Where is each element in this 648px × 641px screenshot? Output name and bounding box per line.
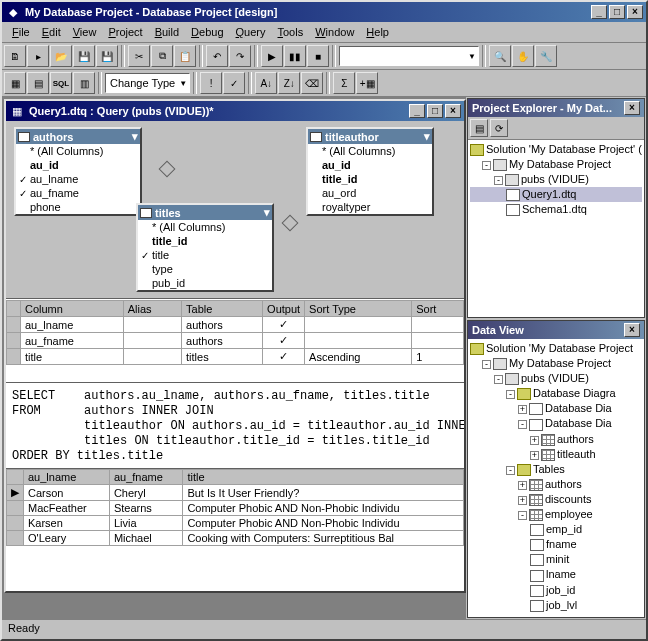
- change-type-dropdown[interactable]: Change Type: [105, 73, 190, 93]
- dv-column-node[interactable]: job_lvl: [470, 598, 642, 613]
- table-titleauthor[interactable]: titleauthor▾ * (All Columns)au_idtitle_i…: [306, 127, 434, 216]
- expand-icon[interactable]: +: [518, 481, 527, 490]
- solution-node[interactable]: Solution 'My Database Project' (: [470, 142, 642, 157]
- data-view-tree[interactable]: Solution 'My Database Project -My Databa…: [468, 339, 644, 617]
- column-item[interactable]: title_id: [138, 234, 272, 248]
- grid-header[interactable]: Sort: [412, 301, 464, 317]
- add-item-button[interactable]: ▸: [27, 45, 49, 67]
- group-by-button[interactable]: Σ: [333, 72, 355, 94]
- menu-window[interactable]: Window: [309, 24, 360, 40]
- refresh-button[interactable]: ⟳: [490, 119, 508, 137]
- cut-button[interactable]: ✂: [128, 45, 150, 67]
- panel-close-button[interactable]: ×: [624, 101, 640, 115]
- stop-button[interactable]: ■: [307, 45, 329, 67]
- paste-button[interactable]: 📋: [174, 45, 196, 67]
- project-node[interactable]: -My Database Project: [470, 157, 642, 172]
- menu-view[interactable]: View: [67, 24, 103, 40]
- config-dropdown[interactable]: [339, 46, 479, 66]
- sort-asc-button[interactable]: A↓: [255, 72, 277, 94]
- dv-column-node[interactable]: lname: [470, 567, 642, 582]
- connection-node[interactable]: -pubs (VIDUE): [470, 172, 642, 187]
- result-header[interactable]: au_fname: [109, 470, 183, 485]
- collapse-icon[interactable]: -: [494, 176, 503, 185]
- dv-diagram-node[interactable]: +Database Dia: [470, 401, 642, 416]
- diagram-pane[interactable]: authors▾ * (All Columns)au_id✓au_lname✓a…: [6, 121, 464, 299]
- redo-button[interactable]: ↷: [229, 45, 251, 67]
- join-icon[interactable]: [282, 215, 299, 232]
- menu-tools[interactable]: Tools: [272, 24, 310, 40]
- collapse-icon[interactable]: -: [482, 161, 491, 170]
- column-item[interactable]: * (All Columns): [138, 220, 272, 234]
- dv-diagrams-folder[interactable]: -Database Diagra: [470, 386, 642, 401]
- query-minimize-button[interactable]: _: [409, 104, 425, 118]
- column-item[interactable]: royaltyper: [308, 200, 432, 214]
- column-item[interactable]: title_id: [308, 172, 432, 186]
- column-item[interactable]: au_ord: [308, 186, 432, 200]
- dv-connection-node[interactable]: -pubs (VIDUE): [470, 371, 642, 386]
- maximize-button[interactable]: □: [609, 5, 625, 19]
- toolbox-button[interactable]: 🔧: [535, 45, 557, 67]
- table-menu-button[interactable]: ▾: [132, 130, 138, 143]
- column-item[interactable]: au_id: [308, 158, 432, 172]
- grid-row[interactable]: titletitles✓Ascending1: [7, 349, 464, 365]
- table-menu-button[interactable]: ▾: [264, 206, 270, 219]
- grid-header[interactable]: Alias: [123, 301, 181, 317]
- dv-column-node[interactable]: fname: [470, 537, 642, 552]
- run-query-button[interactable]: !: [200, 72, 222, 94]
- result-row[interactable]: ▶CarsonCherylBut Is It User Friendly?: [7, 485, 464, 501]
- results-pane[interactable]: au_lnameau_fnametitle ▶CarsonCherylBut I…: [6, 469, 464, 591]
- table-titles[interactable]: titles▾ * (All Columns)title_id✓titletyp…: [136, 203, 274, 292]
- new-project-button[interactable]: 🗎: [4, 45, 26, 67]
- result-row[interactable]: O'LearyMichaelCooking with Computers: Su…: [7, 531, 464, 546]
- dv-diagram-table[interactable]: +titleauth: [470, 447, 642, 462]
- add-table-button[interactable]: +▦: [356, 72, 378, 94]
- expand-icon[interactable]: +: [530, 451, 539, 460]
- query-maximize-button[interactable]: □: [427, 104, 443, 118]
- query-file-node[interactable]: Query1.dtq: [470, 187, 642, 202]
- break-button[interactable]: ▮▮: [284, 45, 306, 67]
- expand-icon[interactable]: +: [518, 496, 527, 505]
- criteria-grid[interactable]: ColumnAliasTableOutputSort TypeSort au_l…: [6, 299, 464, 383]
- column-item[interactable]: type: [138, 262, 272, 276]
- dv-column-node[interactable]: emp_id: [470, 522, 642, 537]
- diagram-pane-button[interactable]: ▦: [4, 72, 26, 94]
- column-item[interactable]: ✓au_fname: [16, 186, 140, 200]
- menu-edit[interactable]: Edit: [36, 24, 67, 40]
- result-header[interactable]: title: [183, 470, 464, 485]
- result-row[interactable]: KarsenLiviaComputer Phobic AND Non-Phobi…: [7, 516, 464, 531]
- save-button[interactable]: 💾: [73, 45, 95, 67]
- dv-solution-node[interactable]: Solution 'My Database Project: [470, 341, 642, 356]
- grid-row[interactable]: au_lnameauthors✓: [7, 317, 464, 333]
- copy-button[interactable]: ⧉: [151, 45, 173, 67]
- find-button[interactable]: 🔍: [489, 45, 511, 67]
- close-button[interactable]: ×: [627, 5, 643, 19]
- column-item[interactable]: * (All Columns): [308, 144, 432, 158]
- menu-help[interactable]: Help: [360, 24, 395, 40]
- menu-build[interactable]: Build: [149, 24, 185, 40]
- collapse-icon[interactable]: -: [506, 390, 515, 399]
- remove-filter-button[interactable]: ⌫: [301, 72, 323, 94]
- grid-row[interactable]: au_fnameauthors✓: [7, 333, 464, 349]
- panel-close-button[interactable]: ×: [624, 323, 640, 337]
- project-explorer-tree[interactable]: Solution 'My Database Project' ( -My Dat…: [468, 140, 644, 317]
- dv-diagram-table[interactable]: +authors: [470, 432, 642, 447]
- dv-diagram-node[interactable]: -Database Dia: [470, 416, 642, 431]
- dv-tables-folder[interactable]: -Tables: [470, 462, 642, 477]
- grid-pane-button[interactable]: ▤: [27, 72, 49, 94]
- menu-query[interactable]: Query: [230, 24, 272, 40]
- grid-header[interactable]: Table: [182, 301, 263, 317]
- column-item[interactable]: * (All Columns): [16, 144, 140, 158]
- dv-table-node[interactable]: +discounts: [470, 492, 642, 507]
- expand-icon[interactable]: +: [530, 436, 539, 445]
- run-button[interactable]: ▶: [261, 45, 283, 67]
- sort-desc-button[interactable]: Z↓: [278, 72, 300, 94]
- menu-project[interactable]: Project: [102, 24, 148, 40]
- dv-column-node[interactable]: minit: [470, 552, 642, 567]
- collapse-icon[interactable]: -: [518, 420, 527, 429]
- undo-button[interactable]: ↶: [206, 45, 228, 67]
- column-item[interactable]: pub_id: [138, 276, 272, 290]
- collapse-icon[interactable]: -: [506, 466, 515, 475]
- properties-button[interactable]: ✋: [512, 45, 534, 67]
- open-button[interactable]: 📂: [50, 45, 72, 67]
- view-code-button[interactable]: ▤: [470, 119, 488, 137]
